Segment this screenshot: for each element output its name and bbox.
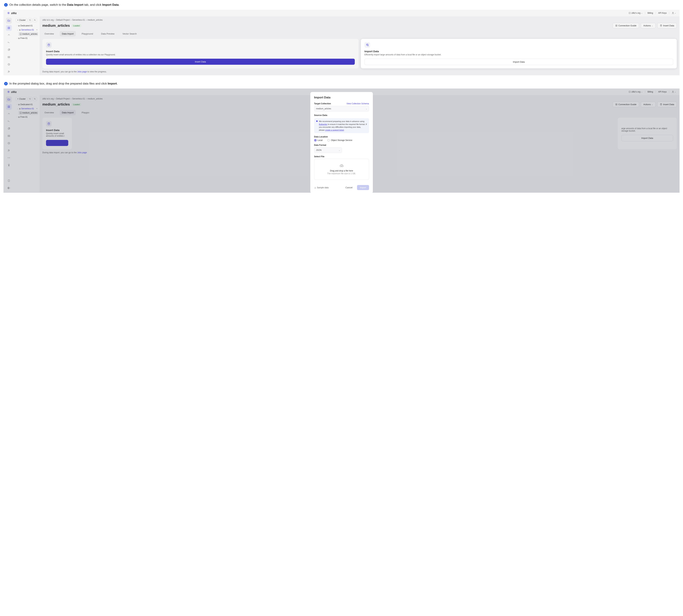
select-value: JSON xyxy=(316,149,322,151)
title-row: medium_articles Loaded Connection Guide … xyxy=(42,23,677,28)
status-badge: Loaded xyxy=(72,24,81,27)
cancel-button[interactable]: Cancel xyxy=(343,185,355,190)
sample-data-link[interactable]: Sample data xyxy=(314,186,328,189)
chevron-down-icon: ⌄ xyxy=(366,108,367,110)
data-location-radio-group: Local Object Storage Service xyxy=(314,139,369,141)
rail-pipeline-icon[interactable] xyxy=(6,32,12,38)
user-menu[interactable]: ⌄ xyxy=(672,12,676,14)
rail-cluster-icon[interactable] xyxy=(6,25,12,31)
import-data-modal: Import Data Target Collection View Colle… xyxy=(310,92,373,193)
radio-on-icon xyxy=(314,139,317,141)
import-card-title: Import Data xyxy=(364,50,673,53)
import-card-icon xyxy=(364,42,370,48)
search-button[interactable] xyxy=(33,18,37,22)
bulkwriter-link[interactable]: Bulkwriter xyxy=(319,123,327,125)
chevron-down-icon: ⌄ xyxy=(339,149,340,151)
rail-folder-icon[interactable] xyxy=(6,18,12,24)
radio-local[interactable]: Local xyxy=(314,139,323,141)
billing-link[interactable]: Billing xyxy=(647,12,653,14)
logo-icon xyxy=(7,12,10,15)
tree-free[interactable]: ›⊞Free-01 xyxy=(16,36,38,40)
svg-point-9 xyxy=(8,71,9,71)
data-format-label: Data Format xyxy=(314,144,369,146)
step-badge-2: 2 xyxy=(4,82,8,85)
svg-point-3 xyxy=(9,27,10,28)
connection-guide-button[interactable]: Connection Guide xyxy=(613,23,639,28)
tree-dedicated[interactable]: ›⊞Dedicated-01 xyxy=(16,24,38,28)
import-card-desc: Efficiently import large amounts of data… xyxy=(364,53,673,56)
chevron-down-icon: ⌄ xyxy=(17,29,18,31)
view-schema-link[interactable]: View Collection Schema xyxy=(346,103,369,105)
svg-rect-0 xyxy=(629,12,631,14)
file-drop-zone[interactable]: Drag and drop a file here The maximum fi… xyxy=(314,159,369,180)
svg-rect-12 xyxy=(616,25,617,26)
tab-vector-search[interactable]: Vector Search xyxy=(120,31,139,37)
svg-point-14 xyxy=(48,44,49,45)
left-rail xyxy=(3,16,14,75)
logo[interactable]: zilliz xyxy=(7,12,17,15)
app-frame-1: zilliz zilliz's org ⌄ Billing API Keys ⌄ xyxy=(3,10,680,75)
jobs-page-link[interactable]: Jobs page xyxy=(77,70,87,73)
actions-dropdown[interactable]: Actions⌄ xyxy=(641,23,656,28)
tree-collection[interactable]: ▭medium_articles xyxy=(18,32,38,36)
support-ticket-link[interactable]: create a support ticket xyxy=(325,129,344,131)
data-location-label: Data Location xyxy=(314,136,369,138)
building-icon xyxy=(628,12,631,14)
insert-card-icon xyxy=(46,42,51,48)
tree-serverless[interactable]: ⌄⊞Serverless-01+ xyxy=(16,28,38,32)
source-data-heading: Source Data xyxy=(314,114,369,116)
tab-data-import[interactable]: Data Import xyxy=(60,31,76,37)
instruction-2: 2 In the prompted dialog box, drag and d… xyxy=(0,79,683,89)
insert-icon xyxy=(660,24,662,27)
api-keys-link[interactable]: API Keys xyxy=(658,12,667,14)
crumb[interactable]: zilliz tu's org xyxy=(42,19,54,21)
page-title: medium_articles xyxy=(42,24,70,28)
add-icon[interactable]: + xyxy=(36,29,38,31)
insert-data-card-button[interactable]: Insert Data xyxy=(46,59,355,65)
svg-point-4 xyxy=(8,28,8,29)
instruction-text-1: On the collection details page, switch t… xyxy=(9,3,120,6)
database-icon: ⊞ xyxy=(18,37,20,39)
radio-off-icon xyxy=(327,139,330,141)
cards-row: Insert Data Quickly insert small amounts… xyxy=(42,39,677,68)
refresh-button[interactable] xyxy=(28,18,32,22)
rail-terminal-icon[interactable] xyxy=(6,40,12,45)
tab-overview[interactable]: Overview xyxy=(42,31,56,37)
import-button[interactable]: Import xyxy=(357,185,369,190)
rail-add-icon[interactable] xyxy=(6,54,12,60)
crumb[interactable]: Serverless-01 xyxy=(72,19,85,21)
cluster-header: +Cluster xyxy=(16,18,38,22)
step-badge-1: 1 xyxy=(4,3,8,6)
crumb[interactable]: Default Project xyxy=(56,19,70,21)
rail-history-icon[interactable] xyxy=(6,62,12,67)
chevron-down-icon: ⌄ xyxy=(675,12,676,14)
org-dropdown[interactable]: zilliz's org ⌄ xyxy=(628,12,643,14)
insert-card-title: Insert Data xyxy=(46,50,355,53)
chevron-down-icon: ⌄ xyxy=(652,25,653,26)
modal-overlay: Import Data Target Collection View Colle… xyxy=(3,89,680,193)
rail-users-icon[interactable] xyxy=(6,69,12,75)
modal-footer: Sample data Cancel Import xyxy=(314,185,369,190)
select-file-label: Select File xyxy=(314,155,369,158)
app-frame-2: zilliz zilliz's org ⌄ Billing API Keys ⌄ xyxy=(3,89,680,193)
insert-data-button[interactable]: Insert Data xyxy=(657,23,677,28)
chevron-right-icon: › xyxy=(17,25,18,26)
tab-data-preview[interactable]: Data Preview xyxy=(99,31,116,37)
radio-oss[interactable]: Object Storage Service xyxy=(327,139,352,141)
chevron-down-icon: ⌄ xyxy=(641,12,643,14)
info-icon xyxy=(316,120,318,122)
target-collection-select[interactable]: medium_articles ⌄ xyxy=(314,106,369,111)
brand-text: zilliz xyxy=(11,12,17,15)
add-cluster-button[interactable]: +Cluster xyxy=(16,18,27,22)
import-data-card-button[interactable]: Import Data xyxy=(364,59,673,65)
data-format-select[interactable]: JSON ⌄ xyxy=(314,147,342,153)
collection-icon: ▭ xyxy=(20,33,22,35)
rail-copy-icon[interactable] xyxy=(6,47,12,53)
svg-point-1 xyxy=(673,12,674,13)
org-name: zilliz's org xyxy=(632,12,640,14)
footer-note: During data import, you can go to the Jo… xyxy=(42,70,677,73)
drop-sub-text: The maximum file size is 1 GB. xyxy=(316,172,367,175)
tab-playground[interactable]: Playground xyxy=(80,31,95,37)
tabs: Overview Data Import Playground Data Pre… xyxy=(42,31,677,37)
guide-icon xyxy=(615,24,618,27)
